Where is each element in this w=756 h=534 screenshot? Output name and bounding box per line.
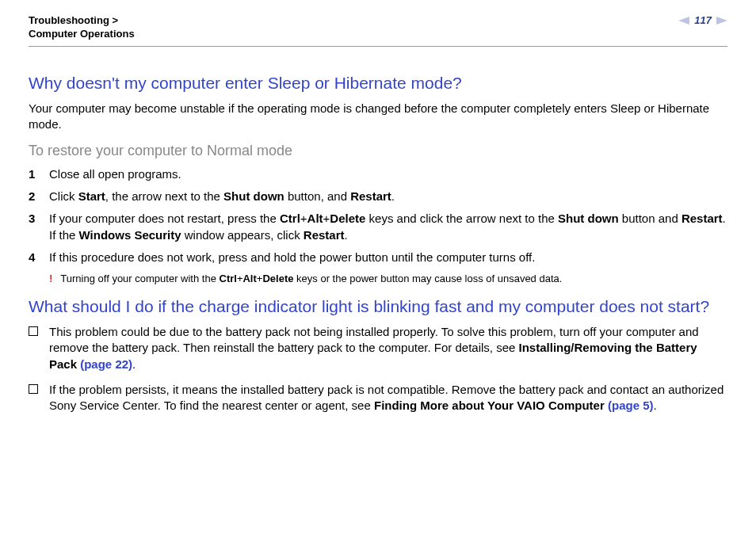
warning-icon: ! <box>49 272 52 286</box>
list-item-text: This problem could be due to the battery… <box>49 324 727 372</box>
step-text: Close all open programs. <box>49 166 181 182</box>
breadcrumb-line2: Computer Operations <box>29 28 135 41</box>
step-text: If this procedure does not work, press a… <box>49 250 535 265</box>
breadcrumb-line1: Troubleshooting > <box>29 14 135 28</box>
pager: 117 <box>678 14 727 26</box>
square-bullet-icon <box>29 326 38 336</box>
step-item: 3If your computer does not restart, pres… <box>29 211 727 243</box>
page-number: 117 <box>694 14 712 26</box>
step-number: 4 <box>29 250 38 265</box>
section1-intro: Your computer may become unstable if the… <box>29 101 727 133</box>
next-page-icon[interactable] <box>716 17 727 25</box>
prev-page-icon[interactable] <box>678 17 689 25</box>
list-item-text: If the problem persists, it means the in… <box>49 382 727 414</box>
step-item: 1Close all open programs. <box>29 166 727 182</box>
step-number: 3 <box>29 211 38 243</box>
warning: ! Turning off your computer with the Ctr… <box>49 272 727 286</box>
step-text: Click Start, the arrow next to the Shut … <box>49 189 395 204</box>
list-item: If the problem persists, it means the in… <box>29 382 727 414</box>
page-header: Troubleshooting > Computer Operations 11… <box>29 14 727 47</box>
warning-text: Turning off your computer with the Ctrl+… <box>60 272 562 286</box>
list-item: This problem could be due to the battery… <box>29 324 727 372</box>
breadcrumb: Troubleshooting > Computer Operations <box>29 14 135 41</box>
step-number: 2 <box>29 189 38 204</box>
step-item: 4If this procedure does not work, press … <box>29 250 727 265</box>
step-text: If your computer does not restart, press… <box>49 211 726 243</box>
section1-heading: Why doesn't my computer enter Sleep or H… <box>29 72 727 94</box>
step-item: 2Click Start, the arrow next to the Shut… <box>29 189 727 204</box>
step-number: 1 <box>29 166 38 182</box>
square-bullet-icon <box>29 384 38 394</box>
steps-list: 1Close all open programs.2Click Start, t… <box>29 166 727 265</box>
section2-heading: What should I do if the charge indicator… <box>29 296 727 318</box>
section1-subhead: To restore your computer to Normal mode <box>29 141 727 160</box>
bullet-list: This problem could be due to the battery… <box>29 324 727 414</box>
content: Why doesn't my computer enter Sleep or H… <box>29 47 727 414</box>
